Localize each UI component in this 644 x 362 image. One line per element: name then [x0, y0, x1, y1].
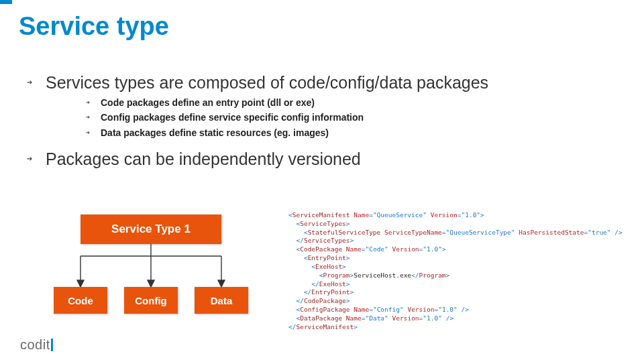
bullet-1-text: Services types are composed of code/conf…: [46, 73, 488, 92]
sub-list-1: Code packages define an entry point (dll…: [46, 93, 644, 145]
diagram-box-data: Data: [195, 287, 248, 314]
bullet-list: Services types are composed of code/conf…: [27, 73, 644, 169]
accent-bar: [0, 0, 12, 4]
diagram-box-code: Code: [54, 287, 107, 314]
diagram-box-config: Config: [124, 287, 178, 314]
bullet-2-text: Packages can be independently versioned: [46, 149, 361, 168]
bullet-2: Packages can be independently versioned: [27, 149, 644, 169]
content-area: Services types are composed of code/conf…: [0, 41, 644, 169]
slide-title: Service type: [0, 0, 644, 41]
sub-1-3: Data packages define static resources (e…: [86, 125, 644, 140]
logo-text: codit: [20, 337, 50, 352]
footer-logo: codit: [20, 337, 53, 353]
svg-marker-7: [218, 280, 225, 287]
sub-1-1: Code packages define an entry point (dll…: [86, 95, 644, 110]
svg-marker-5: [148, 280, 154, 287]
diagram-box-service-type: Service Type 1: [80, 215, 221, 244]
bullet-1: Services types are composed of code/conf…: [27, 73, 644, 145]
xml-code-block: <ServiceManifest Name="QueueService" Ver…: [288, 211, 624, 331]
diagram-area: Service Type 1 Code Config Data: [54, 215, 248, 318]
svg-marker-3: [77, 280, 84, 287]
logo-bar-icon: [51, 339, 53, 351]
sub-1-2: Config packages define service specific …: [86, 110, 644, 125]
diagram-connectors: [54, 244, 248, 287]
